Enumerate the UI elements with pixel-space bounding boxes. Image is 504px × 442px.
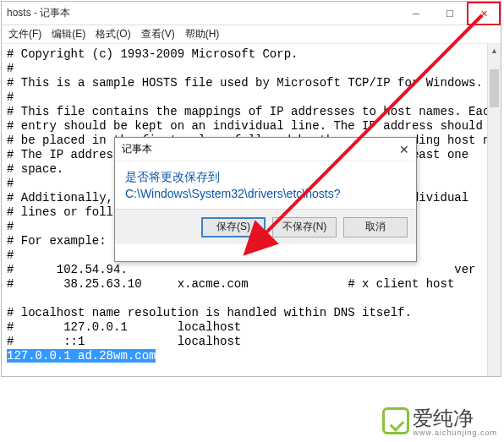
menu-edit[interactable]: 编辑(E) bbox=[52, 27, 85, 41]
menu-format[interactable]: 格式(O) bbox=[96, 27, 130, 41]
menu-file[interactable]: 文件(F) bbox=[8, 27, 41, 41]
scroll-thumb[interactable] bbox=[490, 69, 499, 107]
save-button[interactable]: 保存(S) bbox=[201, 217, 266, 237]
cancel-button[interactable]: 取消 bbox=[343, 217, 408, 237]
dialog-button-row: 保存(S) 不保存(N) 取消 bbox=[115, 209, 416, 244]
save-dialog: 记事本 ✕ 是否将更改保存到 C:\Windows\System32\drive… bbox=[114, 137, 417, 262]
dialog-title-text: 记事本 bbox=[122, 142, 152, 156]
scroll-up-button[interactable]: ▲ bbox=[488, 44, 501, 57]
window-controls: ─ ☐ ✕ bbox=[399, 2, 501, 25]
dialog-message-2: C:\Windows\System32\drivers\etc\hosts? bbox=[125, 187, 406, 200]
watermark-url: www.aichunjing.com bbox=[413, 428, 497, 437]
close-button[interactable]: ✕ bbox=[467, 2, 501, 25]
menu-view[interactable]: 查看(V) bbox=[141, 27, 175, 41]
titlebar[interactable]: hosts - 记事本 ─ ☐ ✕ bbox=[2, 2, 501, 25]
watermark: 爱纯净 www.aichunjing.com bbox=[382, 405, 497, 437]
window-title: hosts - 记事本 bbox=[7, 6, 70, 20]
dont-save-button[interactable]: 不保存(N) bbox=[272, 217, 337, 237]
minimize-button[interactable]: ─ bbox=[399, 2, 433, 25]
dialog-message-1: 是否将更改保存到 bbox=[125, 170, 406, 185]
watermark-text: 爱纯净 bbox=[413, 407, 474, 429]
selected-text: 127.0.0.1 ad.28wm.com bbox=[7, 349, 156, 363]
menubar: 文件(F) 编辑(E) 格式(O) 查看(V) 帮助(H) bbox=[2, 25, 501, 44]
menu-help[interactable]: 帮助(H) bbox=[185, 27, 220, 41]
vertical-scrollbar[interactable]: ▲ bbox=[487, 44, 501, 376]
dialog-close-button[interactable]: ✕ bbox=[399, 143, 409, 156]
dialog-titlebar[interactable]: 记事本 ✕ bbox=[115, 138, 416, 161]
dialog-body: 是否将更改保存到 C:\Windows\System32\drivers\etc… bbox=[115, 161, 416, 209]
watermark-logo-icon bbox=[382, 407, 409, 434]
maximize-button[interactable]: ☐ bbox=[433, 2, 467, 25]
